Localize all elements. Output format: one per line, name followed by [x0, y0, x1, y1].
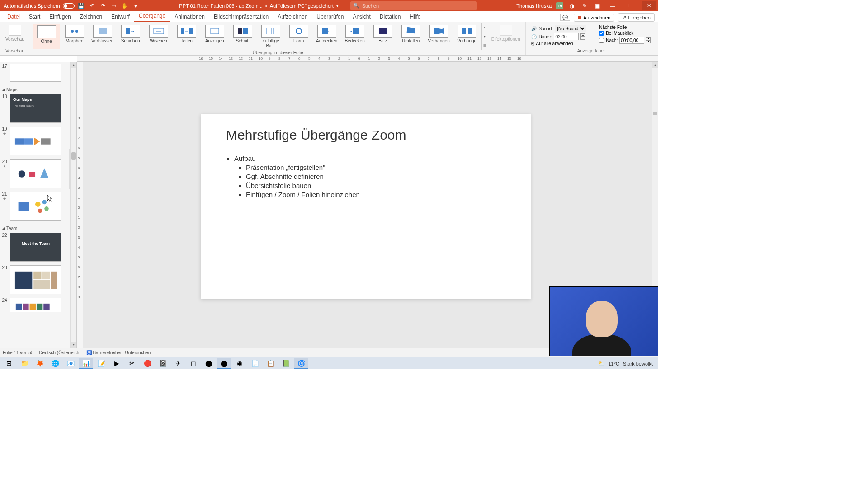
slide-thumbnail-24[interactable] — [10, 298, 61, 312]
redo-icon[interactable]: ↷ — [99, 2, 107, 10]
user-name[interactable]: Thomas Hruska — [516, 3, 552, 9]
search-box[interactable]: 🔍 Suchen — [350, 1, 477, 10]
onenote-icon[interactable]: 📓 — [156, 358, 170, 369]
transition-schnitt[interactable]: Schnitt — [229, 24, 256, 49]
transition-verblassen[interactable]: Verblassen — [89, 24, 116, 49]
app-icon[interactable]: 📋 — [263, 358, 278, 369]
dropdown-icon[interactable]: ▾ — [336, 4, 339, 8]
scroll-up-icon[interactable]: ▴ — [71, 62, 76, 68]
firefox-icon[interactable]: 🦊 — [33, 358, 47, 369]
slide-thumbnail-20[interactable] — [10, 159, 61, 188]
draw-mode-icon[interactable]: ✎ — [580, 2, 589, 10]
obs-icon[interactable]: ⬤ — [217, 358, 231, 369]
collapse-ribbon-icon[interactable]: 💬 — [560, 14, 570, 21]
start-button[interactable]: ⊞ — [2, 358, 16, 369]
apply-all-button[interactable]: ⎘Auf alle anwenden — [531, 41, 586, 46]
transition-ohne[interactable]: Ohne — [33, 24, 60, 49]
tab-animations[interactable]: Animationen — [170, 12, 209, 22]
slide-thumbnail-panel[interactable]: 17 ◢Maps 18 Our Maps The world is ours 1… — [0, 62, 77, 348]
preview-button[interactable]: Vorschau — [2, 23, 28, 43]
todoist-icon[interactable]: 🔴 — [140, 358, 155, 369]
scroll-up-icon[interactable]: ▴ — [652, 62, 658, 68]
language-indicator[interactable]: Deutsch (Österreich) — [39, 350, 80, 355]
duration-spinner[interactable]: ▴▾ — [580, 33, 585, 40]
maximize-button[interactable]: ☐ — [624, 1, 637, 10]
qat-more-icon[interactable]: ▾ — [132, 2, 140, 10]
after-spinner[interactable]: ▴▾ — [646, 37, 651, 43]
save-icon[interactable]: 💾 — [77, 2, 85, 10]
share-button[interactable]: ↗Freigeben — [618, 13, 655, 22]
snipping-icon[interactable]: ✂ — [125, 358, 139, 369]
gallery-up-icon[interactable]: ▴ — [482, 23, 488, 32]
file-explorer-icon[interactable]: 📁 — [17, 358, 32, 369]
transition-schieben[interactable]: Schieben — [117, 24, 144, 49]
scroll-thumb[interactable] — [71, 152, 76, 160]
weather-desc[interactable]: Stark bewölkt — [623, 361, 653, 366]
word-icon[interactable]: 📄 — [248, 358, 262, 369]
app-icon[interactable]: ◻ — [186, 358, 201, 369]
powerpoint-icon[interactable]: 📊 — [79, 358, 93, 369]
tab-help[interactable]: Hilfe — [405, 12, 425, 22]
tab-view[interactable]: Ansicht — [348, 12, 375, 22]
slide-thumbnail-18[interactable]: Our Maps The world is ours — [10, 94, 61, 123]
app-icon[interactable]: ◉ — [232, 358, 247, 369]
transition-umfallen[interactable]: Umfallen — [397, 24, 425, 49]
transition-anzeigen[interactable]: Anzeigen — [201, 24, 228, 49]
tab-transitions[interactable]: Übergänge — [134, 11, 170, 22]
tab-record[interactable]: Aufzeichnen — [273, 12, 312, 22]
slide-thumbnail-23[interactable] — [10, 265, 61, 294]
slide-body[interactable]: Aufbau Präsentation „fertigstellen" Ggf.… — [226, 155, 505, 198]
chrome-icon[interactable]: 🌐 — [48, 358, 62, 369]
scroll-thumb[interactable] — [653, 112, 657, 115]
accessibility-check[interactable]: ♿ Barrierefreiheit: Untersuchen — [86, 350, 151, 355]
slide-canvas[interactable]: Mehrstufige Übergänge Zoom Aufbau Präsen… — [201, 114, 531, 299]
transition-bedecken[interactable]: Bedecken — [341, 24, 368, 49]
gallery-scrollbar[interactable]: ▴ ▾ ⊟ — [481, 23, 488, 50]
after-input[interactable] — [619, 37, 644, 44]
slide-counter[interactable]: Folie 11 von 55 — [3, 350, 33, 355]
scroll-down-icon[interactable]: ▾ — [71, 342, 76, 348]
tab-design[interactable]: Entwurf — [107, 12, 134, 22]
transition-teilen[interactable]: Teilen — [173, 24, 200, 49]
after-checkbox[interactable] — [599, 38, 604, 43]
transition-blitz[interactable]: Blitz — [369, 24, 396, 49]
tab-insert[interactable]: Einfügen — [45, 12, 75, 22]
transition-aufdecken[interactable]: Aufdecken — [313, 24, 340, 49]
document-title[interactable]: PPT 01 Roter Faden 006 - ab Zoom... — [179, 3, 262, 9]
autosave-toggle[interactable]: Automatisches Speichern — [4, 3, 75, 9]
transition-morphen[interactable]: Morphen — [61, 24, 88, 49]
tab-review[interactable]: Überprüfen — [312, 12, 348, 22]
user-avatar[interactable]: TH — [556, 2, 563, 9]
slide-thumbnail-17[interactable] — [10, 64, 61, 82]
tab-home[interactable]: Start — [24, 12, 45, 22]
transition-verhngen[interactable]: Verhängen — [425, 24, 453, 49]
slide-thumbnail-22[interactable]: Meet the Team — [10, 233, 61, 262]
section-header-maps[interactable]: ◢Maps — [1, 85, 74, 94]
window-icon[interactable]: ▣ — [593, 2, 601, 10]
weather-temp[interactable]: 11°C — [608, 361, 619, 366]
section-header-team[interactable]: ◢Team — [1, 224, 74, 233]
transition-wischen[interactable]: Wischen — [145, 24, 172, 49]
telegram-icon[interactable]: ✈ — [171, 358, 185, 369]
from-beginning-icon[interactable]: ▭ — [110, 2, 118, 10]
transition-vorhnge[interactable]: Vorhänge — [453, 24, 481, 49]
coming-soon-icon[interactable]: ◑ — [568, 2, 576, 10]
vlc-icon[interactable]: ▶ — [109, 358, 124, 369]
close-button[interactable]: ✕ — [642, 1, 656, 10]
gallery-down-icon[interactable]: ▾ — [482, 32, 488, 41]
app-icon[interactable]: ⬤ — [202, 358, 216, 369]
record-button[interactable]: Aufzeichnen — [574, 14, 615, 22]
outlook-icon[interactable]: 📧 — [63, 358, 78, 369]
toggle-switch-icon[interactable] — [63, 3, 75, 9]
tab-file[interactable]: Datei — [3, 12, 24, 22]
transition-zuflligeba[interactable]: Zufällige Ba... — [257, 24, 284, 49]
panel-splitter[interactable] — [69, 149, 71, 189]
touch-mode-icon[interactable]: ✋ — [121, 2, 129, 10]
excel-icon[interactable]: 📗 — [278, 358, 293, 369]
sound-select[interactable]: [No Sound] — [555, 25, 586, 32]
edge-icon[interactable]: 🌀 — [294, 358, 308, 369]
tab-dictation[interactable]: Dictation — [375, 12, 406, 22]
weather-icon[interactable]: ⛅ — [598, 361, 604, 366]
gallery-more-icon[interactable]: ⊟ — [482, 41, 488, 50]
undo-icon[interactable]: ↶ — [88, 2, 96, 10]
